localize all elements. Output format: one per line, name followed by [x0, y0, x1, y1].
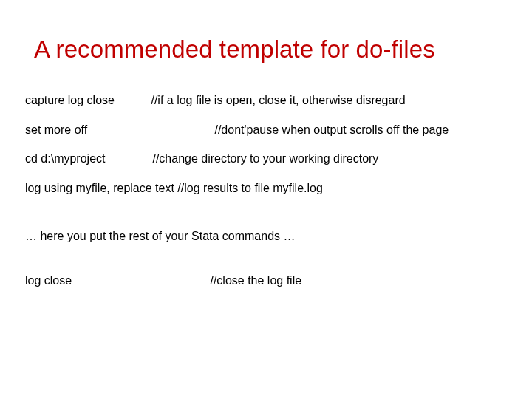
code-line-1: capture log close //if a log file is ope…: [25, 92, 510, 109]
comment-text: //log results to file myfile.log: [177, 180, 323, 197]
code-line-6: log close //close the log file: [25, 273, 510, 289]
slide-title: A recommended template for do-files: [34, 35, 510, 64]
code-line-3: cd d:\myproject //change directory to yo…: [25, 151, 510, 167]
comment-text: //close the log file: [210, 273, 301, 289]
command-text: log close: [25, 273, 207, 289]
comment-text: //if a log file is open, close it, other…: [151, 92, 405, 109]
command-text: log using myfile, replace text: [25, 180, 174, 197]
command-text: cd d:\myproject: [25, 151, 149, 167]
code-line-4: log using myfile, replace text //log res…: [25, 180, 510, 197]
command-text: … here you put the rest of your Stata co…: [25, 228, 296, 245]
slide: A recommended template for do-files capt…: [0, 0, 532, 399]
code-line-2: set more off //dont'pause when output sc…: [25, 122, 510, 138]
comment-text: //change directory to your working direc…: [152, 151, 378, 167]
code-line-5: … here you put the rest of your Stata co…: [25, 228, 510, 245]
comment-text: //dont'pause when output scrolls off the…: [214, 122, 449, 138]
command-text: capture log close: [25, 92, 148, 109]
slide-body: capture log close //if a log file is ope…: [25, 92, 510, 302]
command-text: set more off: [25, 122, 211, 138]
